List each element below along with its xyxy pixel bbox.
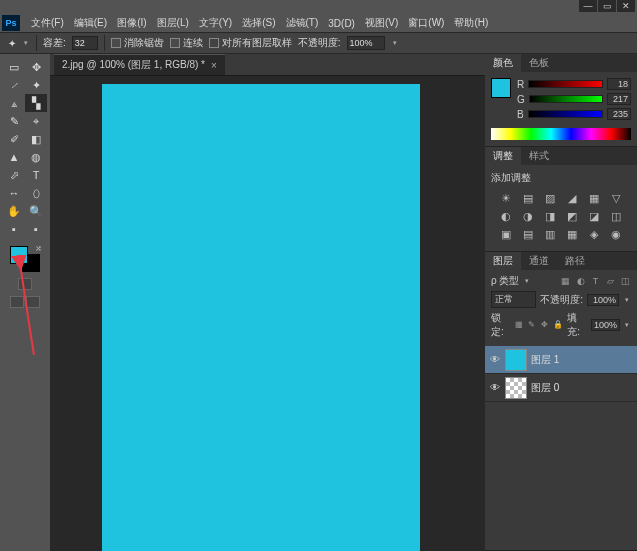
filter-adjust-icon[interactable]: ◐ [575,276,586,287]
maximize-button[interactable]: ▭ [598,0,616,12]
document-tab[interactable]: 2.jpg @ 100% (图层 1, RGB/8) * × [54,54,225,75]
tool-move[interactable]: ▭ [3,58,25,76]
layer-opacity-value[interactable]: 100% [587,294,619,306]
adjustment-icon-1[interactable]: ▤ [520,191,536,205]
tool-zoom[interactable]: ▪ [25,220,47,238]
layer-kind-dropdown[interactable]: ▾ [523,275,531,287]
menu-help[interactable]: 帮助(H) [449,16,493,30]
filter-pixel-icon[interactable]: ▦ [560,276,571,287]
opacity-dropdown[interactable]: ▾ [391,37,399,49]
tool-eyedropper[interactable]: ▚ [25,94,47,112]
menu-layer[interactable]: 图层(L) [152,16,194,30]
adjustment-icon-16[interactable]: ◈ [586,227,602,241]
adjustment-icon-0[interactable]: ☀ [498,191,514,205]
g-value[interactable]: 217 [607,93,631,105]
adjustment-icon-4[interactable]: ▦ [586,191,602,205]
lock-pixels-icon[interactable]: ✎ [528,320,537,330]
all-layers-checkbox[interactable] [209,38,219,48]
tool-path-select[interactable]: ✋ [3,202,25,220]
menu-select[interactable]: 选择(S) [237,16,280,30]
opacity-input[interactable] [347,36,385,50]
adjustment-icon-14[interactable]: ▥ [542,227,558,241]
tab-color[interactable]: 颜色 [485,54,521,72]
foreground-color[interactable] [10,246,28,264]
tab-paths[interactable]: 路径 [557,252,593,270]
tool-preset-dropdown[interactable]: ▾ [22,37,30,49]
tool-shape[interactable]: 🔍 [25,202,47,220]
tool-history-brush[interactable]: ◧ [25,130,47,148]
menu-file[interactable]: 文件(F) [26,16,69,30]
tool-gradient[interactable]: ◍ [25,148,47,166]
tab-swatches[interactable]: 色板 [521,54,557,72]
color-spectrum[interactable] [491,128,631,140]
tab-channels[interactable]: 通道 [521,252,557,270]
layer-thumbnail[interactable] [505,377,527,399]
close-button[interactable]: ✕ [617,0,635,12]
filter-shape-icon[interactable]: ▱ [605,276,616,287]
menu-image[interactable]: 图像(I) [112,16,151,30]
swap-colors-icon[interactable]: ⤭ [35,244,42,253]
screen-mode-button[interactable] [10,296,24,308]
adjustment-icon-13[interactable]: ▤ [520,227,536,241]
adjustment-icon-2[interactable]: ▨ [542,191,558,205]
fill-value[interactable]: 100% [591,319,620,331]
r-slider[interactable] [528,80,603,88]
tab-layers[interactable]: 图层 [485,252,521,270]
lock-position-icon[interactable]: ✥ [541,320,550,330]
tool-crop[interactable]: ⟁ [3,94,25,112]
b-slider[interactable] [528,110,603,118]
tool-blur[interactable]: ⬀ [3,166,25,184]
adjustment-icon-6[interactable]: ◐ [498,209,514,223]
g-slider[interactable] [529,95,603,103]
tool-spot-heal[interactable]: ✎ [3,112,25,130]
tab-adjustments[interactable]: 调整 [485,147,521,165]
menu-view[interactable]: 视图(V) [360,16,403,30]
tool-magic-wand[interactable]: ✦ [25,76,47,94]
tool-pen[interactable]: ↔ [3,184,25,202]
filter-smart-icon[interactable]: ◫ [620,276,631,287]
visibility-icon[interactable]: 👁 [489,354,501,365]
adjustment-icon-9[interactable]: ◩ [564,209,580,223]
tab-styles[interactable]: 样式 [521,147,557,165]
filter-type-icon[interactable]: T [590,276,601,287]
b-value[interactable]: 235 [607,108,631,120]
tool-lasso[interactable]: ⟋ [3,76,25,94]
layer-row[interactable]: 👁图层 0 [485,374,637,402]
minimize-button[interactable]: — [579,0,597,12]
menu-window[interactable]: 窗口(W) [403,16,449,30]
color-picker-swatch[interactable] [491,78,511,98]
layer-opacity-dd[interactable]: ▾ [623,294,631,306]
blend-mode-dropdown[interactable]: 正常 [491,291,536,308]
menu-type[interactable]: 文字(Y) [194,16,237,30]
close-tab-icon[interactable]: × [211,60,217,71]
lock-all-icon[interactable]: 🔒 [553,320,563,330]
tolerance-input[interactable] [72,36,98,50]
tool-clone[interactable]: ✐ [3,130,25,148]
tool-eraser[interactable]: ▲ [3,148,25,166]
fill-dd[interactable]: ▾ [624,319,631,331]
canvas[interactable] [102,84,420,551]
menu-filter[interactable]: 滤镜(T) [281,16,324,30]
tool-type[interactable]: ⬯ [25,184,47,202]
contiguous-checkbox[interactable] [170,38,180,48]
adjustment-icon-11[interactable]: ◫ [608,209,624,223]
menu-3d[interactable]: 3D(D) [323,18,360,29]
tool-rect-marquee[interactable]: ✥ [25,58,47,76]
visibility-icon[interactable]: 👁 [489,382,501,393]
antialias-checkbox[interactable] [111,38,121,48]
tool-brush[interactable]: ⌖ [25,112,47,130]
adjustment-icon-15[interactable]: ▦ [564,227,580,241]
layer-row[interactable]: 👁图层 1 [485,346,637,374]
r-value[interactable]: 18 [607,78,631,90]
tool-hand[interactable]: ▪ [3,220,25,238]
adjustment-icon-12[interactable]: ▣ [498,227,514,241]
quickmask-button[interactable] [18,278,32,290]
lock-transparent-icon[interactable]: ▦ [515,320,524,330]
adjustment-icon-7[interactable]: ◑ [520,209,536,223]
color-swatch[interactable]: ⤭ [10,246,40,272]
adjustment-icon-5[interactable]: ▽ [608,191,624,205]
menu-edit[interactable]: 编辑(E) [69,16,112,30]
screen-mode-2-button[interactable] [26,296,40,308]
adjustment-icon-17[interactable]: ◉ [608,227,624,241]
adjustment-icon-10[interactable]: ◪ [586,209,602,223]
